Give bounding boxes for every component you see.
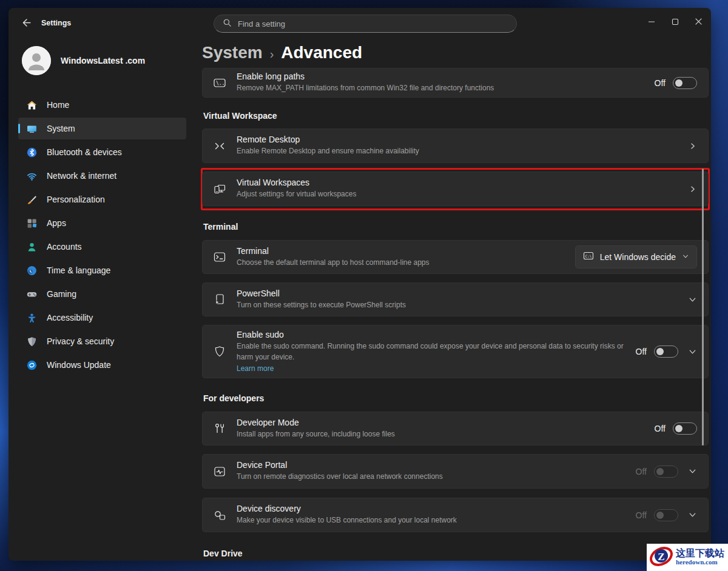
section-terminal: Terminal	[203, 222, 238, 232]
chevron-right-icon[interactable]	[689, 185, 697, 193]
toggle-state-label: Off	[636, 347, 647, 356]
row-description: Enable the sudo command. Running the sud…	[237, 341, 628, 362]
device-portal-icon	[212, 465, 227, 478]
device-discovery-toggle[interactable]: Off	[636, 509, 678, 521]
sidebar-item-label: Time & language	[47, 265, 110, 275]
sidebar-item-label: Windows Update	[47, 360, 111, 370]
chevron-down-icon	[682, 252, 689, 262]
long-paths-toggle[interactable]: Off	[655, 77, 697, 89]
chevron-down-icon[interactable]	[688, 467, 697, 476]
sidebar-item-label: Personalization	[47, 195, 105, 204]
sidebar-item-gaming[interactable]: Gaming	[18, 283, 186, 305]
sidebar-item-personalization[interactable]: Personalization	[18, 189, 186, 210]
row-device-discovery[interactable]: Device discovery Make your device visibl…	[202, 498, 709, 532]
scrollbar-thumb[interactable]	[702, 169, 704, 446]
svg-text:C:\: C:\	[585, 254, 592, 258]
accessibility-person-icon	[27, 313, 37, 323]
long-paths-icon: \..	[212, 76, 227, 90]
toggle-knob	[675, 425, 682, 432]
row-developer-mode[interactable]: Developer Mode Install apps from any sou…	[202, 412, 709, 446]
chevron-down-icon[interactable]	[688, 295, 697, 304]
shield-icon	[27, 336, 37, 347]
section-for-developers: For developers	[203, 393, 264, 403]
watermark-logo: Z	[649, 544, 673, 571]
apps-grid-icon	[27, 218, 37, 229]
sidebar-item-network-internet[interactable]: Network & internet	[18, 165, 186, 187]
sidebar-item-home[interactable]: Home	[18, 94, 186, 116]
row-description: Install apps from any source, including …	[237, 429, 395, 439]
row-powershell[interactable]: PowerShell Turn on these settings to exe…	[202, 282, 709, 316]
row-enable-sudo[interactable]: Enable sudo Enable the sudo command. Run…	[202, 325, 709, 378]
learn-more-link[interactable]: Learn more	[237, 364, 274, 373]
row-title: Device Portal	[237, 460, 443, 470]
arrow-left-icon	[21, 18, 32, 30]
toggle-switch[interactable]	[673, 77, 697, 89]
account-card[interactable]: WindowsLatest .com	[22, 46, 145, 75]
sidebar-item-accessibility[interactable]: Accessibility	[18, 307, 186, 329]
breadcrumb: System › Advanced	[202, 43, 362, 62]
row-title: Virtual Workspaces	[237, 178, 356, 187]
chevron-down-icon[interactable]	[688, 510, 697, 519]
chevron-down-icon[interactable]	[688, 347, 697, 356]
row-title: Remote Desktop	[237, 135, 419, 144]
sidebar-item-label: System	[47, 124, 75, 133]
sidebar-item-label: Home	[47, 100, 69, 110]
row-title: Enable long paths	[237, 72, 494, 81]
row-title: Developer Mode	[237, 418, 395, 427]
chevron-right-icon[interactable]	[689, 142, 697, 150]
row-device-portal[interactable]: Device Portal Turn on remote diagnostics…	[202, 454, 709, 489]
row-description: Make your device visible to USB connecti…	[237, 515, 457, 526]
powershell-icon	[212, 293, 227, 306]
breadcrumb-separator: ›	[270, 47, 274, 61]
person-icon	[27, 242, 37, 252]
row-description: Turn on remote diagnostics over local ar…	[237, 472, 443, 482]
row-virtual-workspaces[interactable]: Virtual Workspaces Adjust settings for v…	[202, 172, 709, 206]
svg-text:\..: \..	[216, 81, 224, 86]
sidebar-item-apps[interactable]: Apps	[18, 212, 186, 234]
terminal-icon	[212, 250, 227, 264]
breadcrumb-system[interactable]: System	[202, 43, 263, 62]
toggle-switch[interactable]	[654, 509, 678, 521]
row-title: PowerShell	[237, 289, 406, 298]
toggle-state-label: Off	[655, 424, 666, 433]
sidebar-item-windows-update[interactable]: Windows Update	[18, 354, 186, 376]
main-content: System › Advanced \.. Enable long paths …	[202, 8, 709, 561]
selected-indicator	[18, 124, 20, 133]
sidebar-item-system[interactable]: System	[18, 118, 186, 139]
sidebar-item-privacy-security[interactable]: Privacy & security	[18, 330, 186, 352]
device-portal-toggle[interactable]: Off	[636, 466, 678, 478]
paintbrush-icon	[27, 195, 37, 205]
row-description: Turn on these settings to execute PowerS…	[237, 300, 406, 310]
row-description: Enable Remote Desktop and ensure machine…	[237, 146, 419, 156]
row-description: Choose the default terminal app to host …	[237, 258, 430, 268]
sidebar-item-label: Bluetooth & devices	[47, 147, 122, 157]
toggle-switch[interactable]	[654, 466, 678, 478]
toggle-switch[interactable]	[654, 346, 678, 358]
bluetooth-icon	[27, 147, 37, 158]
sidebar-nav: Home System Bluetooth & devices Network …	[18, 94, 186, 378]
wifi-icon	[27, 171, 37, 181]
developer-mode-toggle[interactable]: Off	[655, 422, 697, 435]
terminal-app-dropdown[interactable]: C:\ Let Windows decide	[575, 245, 697, 269]
sidebar-item-accounts[interactable]: Accounts	[18, 236, 186, 258]
page-title: Advanced	[281, 43, 362, 62]
sidebar-item-time-language[interactable]: Time & language	[18, 259, 186, 281]
avatar	[22, 46, 51, 75]
toggle-knob	[675, 79, 682, 87]
row-enable-long-paths[interactable]: \.. Enable long paths Remove MAX_PATH li…	[202, 68, 709, 98]
row-remote-desktop[interactable]: Remote Desktop Enable Remote Desktop and…	[202, 129, 709, 163]
sudo-toggle[interactable]: Off	[636, 346, 678, 358]
sidebar-item-label: Gaming	[47, 289, 76, 299]
sidebar-item-label: Network & internet	[47, 171, 116, 181]
toggle-state-label: Off	[655, 78, 666, 88]
row-description: Remove MAX_PATH limitations from common …	[237, 83, 494, 93]
sidebar-item-bluetooth-devices[interactable]: Bluetooth & devices	[18, 141, 186, 163]
row-terminal[interactable]: Terminal Choose the default terminal app…	[202, 240, 709, 274]
back-button[interactable]	[18, 16, 34, 32]
row-title: Terminal	[237, 246, 430, 256]
toggle-switch[interactable]	[673, 422, 697, 435]
sidebar-item-label: Apps	[47, 218, 66, 228]
home-icon	[27, 100, 37, 110]
row-title: Device discovery	[237, 504, 457, 513]
toggle-knob	[656, 348, 664, 355]
